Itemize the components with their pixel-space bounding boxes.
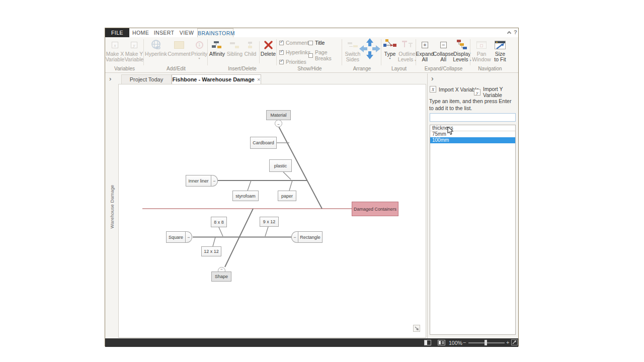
import-y-variable-button[interactable]: y Import Y Variable [474,86,518,98]
node-8x8[interactable]: 8 x 8 [211,217,227,227]
node-damaged-containers[interactable]: Damaged Containers [352,202,398,216]
priority-1-icon: 1 [196,41,203,49]
node-9x12[interactable]: 9 x 12 [260,217,279,227]
zoom-out-button[interactable]: − [463,339,466,345]
list-item-100mm[interactable]: 100mm [430,137,515,143]
help-icon[interactable]: ? [514,29,517,35]
new-item-input[interactable] [430,113,516,122]
collapse-panel-icon[interactable]: › [431,74,434,82]
app-window: FILE HOME INSERT VIEW BRAINSTORM ? x Mak… [105,28,519,346]
node-inner-liner[interactable]: Inner liner − [186,175,218,187]
checkbox-icon [308,53,313,58]
canvas-corner-navigator-icon[interactable] [413,325,420,332]
collapse-toggle-square[interactable]: − [186,231,192,243]
tab-view[interactable]: VIEW [176,28,197,37]
hyperlinks-checkbox: ✓ Hyperlinks [279,49,310,55]
group-navigation: Pan Window Size [471,37,509,72]
collapse-ribbon-icon[interactable] [507,31,511,35]
switch-sides-icon [347,38,358,51]
panel-splitter[interactable] [427,73,428,338]
node-material[interactable]: Material [266,110,291,120]
zoom-level-label: 100% [449,340,462,346]
layout-type-icon [383,38,396,51]
group-arrange: Switch Sides Arrange [343,37,381,72]
x-badge-icon: X [430,86,436,93]
type-dropdown-icon: ▾ [389,57,390,60]
expand-plus-icon: + [422,42,428,48]
size-to-fit-button[interactable]: Size to Fit [492,38,509,62]
tab-brainstorm[interactable]: BRAINSTORM [197,28,233,37]
left-rail: › Warehouse Damage [105,73,118,338]
move-arrows-icon[interactable] [359,38,381,62]
outline-levels-button: Outline Levels ▾ [398,38,416,62]
zoom-slider-thumb[interactable] [485,340,487,345]
group-label-variables: Variables [105,66,144,71]
checkbox-icon: ✓ [279,41,284,45]
title-checkbox[interactable]: Title [308,40,325,46]
y-variable-icon: y [131,42,137,48]
checkbox-icon: ✓ [279,50,284,55]
page-breaks-checkbox: Page Breaks [308,49,342,61]
affinity-orgchart-icon [211,38,222,51]
group-label-expand-collapse: Expand/Collapse [417,66,470,71]
priority-button: 1 Priority ▾ [191,38,208,60]
view-mode-left-icon[interactable] [424,340,431,345]
node-rectangle[interactable]: − Rectangle [291,231,323,243]
group-expand-collapse: + Expand All − Collapse All [417,37,470,72]
delete-button[interactable]: Delete [260,38,277,57]
close-tab-icon[interactable]: × [257,76,260,82]
hyperlink-globe-icon [150,38,162,51]
group-add-edit: Hyperlink Comment 1 Priority ▾ Add/Edit [144,37,208,72]
variable-list[interactable]: thickness 75mm 100mm [430,125,516,335]
priority-dropdown-icon: ▾ [198,57,200,60]
doc-tab-project-today[interactable]: Project Today [121,74,172,84]
affinity-button[interactable]: Affinity [208,38,226,57]
collapse-toggle-rectangle[interactable]: − [291,231,298,243]
group-variables: x Make X Variable y Make Y Variable Vari… [105,37,144,72]
display-levels-button[interactable]: Display Levels ▾ [453,38,471,62]
variables-panel: › X Import X Variable y Import Y Variabl… [428,73,518,338]
comment-button: Comment [168,38,191,57]
group-label-navigation: Navigation [471,66,509,71]
fit-to-window-icon[interactable] [511,339,518,345]
mouse-cursor [447,126,454,135]
collapse-all-button[interactable]: − Collapse All [434,38,453,62]
list-item-thickness[interactable]: thickness [430,125,515,131]
node-plastic[interactable]: plastic [269,159,292,172]
type-button[interactable]: Type ▾ [382,38,398,60]
tab-home[interactable]: HOME [129,28,152,37]
sibling-button: Sibling [226,38,243,57]
priorities-checkbox: ✓ Priorities [279,59,306,65]
import-x-variable-button[interactable]: X Import X Variable [430,86,479,93]
ribbon: x Make X Variable y Make Y Variable Vari… [105,37,518,73]
y-badge-icon: y [474,89,480,96]
node-paper[interactable]: paper [278,191,296,201]
display-levels-icon [456,38,467,51]
list-item-75mm[interactable]: 75mm [430,131,515,137]
node-square[interactable]: Square − [166,231,192,243]
group-label-add-edit: Add/Edit [144,66,208,71]
map-vertical-label: Warehouse Damage [109,185,115,229]
delete-x-icon [264,38,273,51]
zoom-in-button[interactable]: + [506,339,509,345]
node-shape[interactable]: Shape [211,272,231,282]
node-styrofoam[interactable]: styrofoam [232,191,259,201]
outline-levels-icon [401,38,413,51]
node-12x12[interactable]: 12 x 12 [201,246,221,256]
child-button: Child [243,38,258,57]
tab-insert[interactable]: INSERT [152,28,176,37]
collapse-toggle-inner-liner[interactable]: − [211,175,218,187]
group-insert-delete: Affinity Sibling [208,37,277,72]
collapse-toggle-material[interactable]: − [275,120,282,127]
doc-tab-fishbone[interactable]: Fishbone - Warehouse Damage× [172,74,261,84]
expand-all-button[interactable]: + Expand All [416,38,434,62]
group-label-arrange: Arrange [343,66,381,71]
checkbox-icon: ✓ [279,60,284,64]
view-mode-split-icon[interactable] [438,340,445,345]
node-cardboard[interactable]: Cardboard [250,137,277,149]
size-to-fit-icon [495,38,506,51]
expand-left-pane-icon[interactable]: › [109,75,111,82]
diagram-canvas[interactable]: − Material Cardboard plastic Inner liner… [118,84,426,338]
status-bar: 100% − + [105,338,518,347]
tab-file[interactable]: FILE [105,28,129,37]
